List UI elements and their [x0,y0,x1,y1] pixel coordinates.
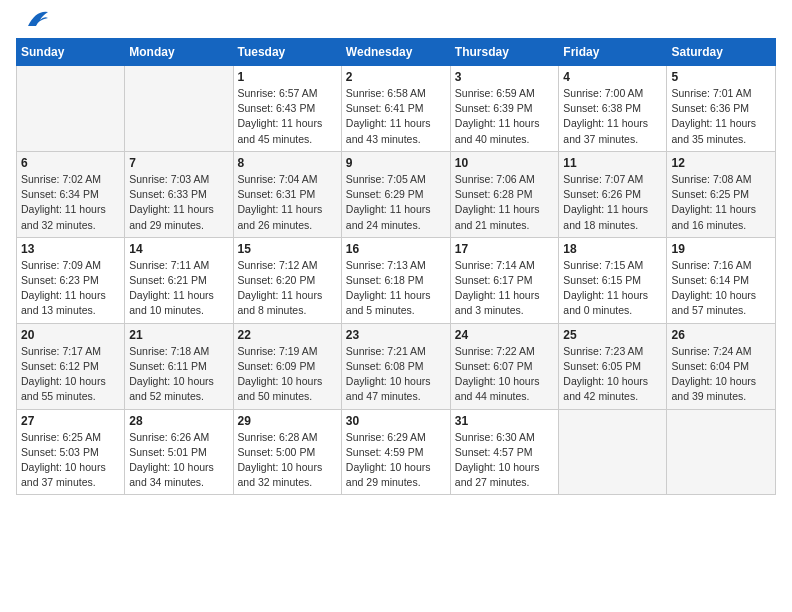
day-number: 27 [21,414,120,428]
day-info: Sunrise: 6:25 AM Sunset: 5:03 PM Dayligh… [21,430,120,491]
col-tuesday: Tuesday [233,39,341,66]
table-row: 23Sunrise: 7:21 AM Sunset: 6:08 PM Dayli… [341,323,450,409]
calendar-header-row: Sunday Monday Tuesday Wednesday Thursday… [17,39,776,66]
table-row: 7Sunrise: 7:03 AM Sunset: 6:33 PM Daylig… [125,151,233,237]
col-friday: Friday [559,39,667,66]
day-info: Sunrise: 7:15 AM Sunset: 6:15 PM Dayligh… [563,258,662,319]
day-info: Sunrise: 7:17 AM Sunset: 6:12 PM Dayligh… [21,344,120,405]
table-row: 8Sunrise: 7:04 AM Sunset: 6:31 PM Daylig… [233,151,341,237]
day-info: Sunrise: 7:02 AM Sunset: 6:34 PM Dayligh… [21,172,120,233]
table-row: 5Sunrise: 7:01 AM Sunset: 6:36 PM Daylig… [667,66,776,152]
day-number: 7 [129,156,228,170]
day-info: Sunrise: 7:05 AM Sunset: 6:29 PM Dayligh… [346,172,446,233]
table-row [125,66,233,152]
table-row: 26Sunrise: 7:24 AM Sunset: 6:04 PM Dayli… [667,323,776,409]
table-row: 11Sunrise: 7:07 AM Sunset: 6:26 PM Dayli… [559,151,667,237]
day-number: 22 [238,328,337,342]
table-row: 24Sunrise: 7:22 AM Sunset: 6:07 PM Dayli… [450,323,559,409]
day-info: Sunrise: 6:30 AM Sunset: 4:57 PM Dayligh… [455,430,555,491]
day-number: 11 [563,156,662,170]
table-row: 9Sunrise: 7:05 AM Sunset: 6:29 PM Daylig… [341,151,450,237]
col-thursday: Thursday [450,39,559,66]
day-number: 13 [21,242,120,256]
table-row: 1Sunrise: 6:57 AM Sunset: 6:43 PM Daylig… [233,66,341,152]
day-number: 21 [129,328,228,342]
day-number: 17 [455,242,555,256]
day-number: 4 [563,70,662,84]
day-number: 16 [346,242,446,256]
day-info: Sunrise: 7:11 AM Sunset: 6:21 PM Dayligh… [129,258,228,319]
table-row: 4Sunrise: 7:00 AM Sunset: 6:38 PM Daylig… [559,66,667,152]
table-row: 16Sunrise: 7:13 AM Sunset: 6:18 PM Dayli… [341,237,450,323]
day-number: 29 [238,414,337,428]
day-info: Sunrise: 7:22 AM Sunset: 6:07 PM Dayligh… [455,344,555,405]
table-row: 21Sunrise: 7:18 AM Sunset: 6:11 PM Dayli… [125,323,233,409]
table-row: 22Sunrise: 7:19 AM Sunset: 6:09 PM Dayli… [233,323,341,409]
table-row: 10Sunrise: 7:06 AM Sunset: 6:28 PM Dayli… [450,151,559,237]
day-number: 23 [346,328,446,342]
day-number: 24 [455,328,555,342]
col-saturday: Saturday [667,39,776,66]
day-number: 26 [671,328,771,342]
day-number: 8 [238,156,337,170]
day-number: 15 [238,242,337,256]
day-info: Sunrise: 6:58 AM Sunset: 6:41 PM Dayligh… [346,86,446,147]
col-sunday: Sunday [17,39,125,66]
day-number: 5 [671,70,771,84]
day-info: Sunrise: 7:21 AM Sunset: 6:08 PM Dayligh… [346,344,446,405]
day-info: Sunrise: 6:26 AM Sunset: 5:01 PM Dayligh… [129,430,228,491]
day-number: 19 [671,242,771,256]
table-row [17,66,125,152]
day-number: 30 [346,414,446,428]
day-info: Sunrise: 7:14 AM Sunset: 6:17 PM Dayligh… [455,258,555,319]
day-info: Sunrise: 7:01 AM Sunset: 6:36 PM Dayligh… [671,86,771,147]
day-info: Sunrise: 7:07 AM Sunset: 6:26 PM Dayligh… [563,172,662,233]
day-info: Sunrise: 6:57 AM Sunset: 6:43 PM Dayligh… [238,86,337,147]
day-info: Sunrise: 7:18 AM Sunset: 6:11 PM Dayligh… [129,344,228,405]
day-number: 10 [455,156,555,170]
header [16,16,776,26]
table-row: 31Sunrise: 6:30 AM Sunset: 4:57 PM Dayli… [450,409,559,495]
day-number: 1 [238,70,337,84]
day-info: Sunrise: 7:09 AM Sunset: 6:23 PM Dayligh… [21,258,120,319]
day-number: 20 [21,328,120,342]
day-info: Sunrise: 7:23 AM Sunset: 6:05 PM Dayligh… [563,344,662,405]
day-number: 31 [455,414,555,428]
day-number: 3 [455,70,555,84]
day-info: Sunrise: 6:28 AM Sunset: 5:00 PM Dayligh… [238,430,337,491]
table-row: 25Sunrise: 7:23 AM Sunset: 6:05 PM Dayli… [559,323,667,409]
table-row: 30Sunrise: 6:29 AM Sunset: 4:59 PM Dayli… [341,409,450,495]
table-row: 3Sunrise: 6:59 AM Sunset: 6:39 PM Daylig… [450,66,559,152]
day-number: 6 [21,156,120,170]
table-row [667,409,776,495]
day-number: 18 [563,242,662,256]
table-row: 18Sunrise: 7:15 AM Sunset: 6:15 PM Dayli… [559,237,667,323]
col-wednesday: Wednesday [341,39,450,66]
table-row: 28Sunrise: 6:26 AM Sunset: 5:01 PM Dayli… [125,409,233,495]
day-info: Sunrise: 7:04 AM Sunset: 6:31 PM Dayligh… [238,172,337,233]
day-info: Sunrise: 7:08 AM Sunset: 6:25 PM Dayligh… [671,172,771,233]
table-row: 17Sunrise: 7:14 AM Sunset: 6:17 PM Dayli… [450,237,559,323]
day-info: Sunrise: 6:29 AM Sunset: 4:59 PM Dayligh… [346,430,446,491]
day-number: 12 [671,156,771,170]
logo-bird-icon [18,8,50,30]
table-row: 15Sunrise: 7:12 AM Sunset: 6:20 PM Dayli… [233,237,341,323]
day-info: Sunrise: 7:00 AM Sunset: 6:38 PM Dayligh… [563,86,662,147]
day-number: 28 [129,414,228,428]
day-info: Sunrise: 7:03 AM Sunset: 6:33 PM Dayligh… [129,172,228,233]
table-row: 2Sunrise: 6:58 AM Sunset: 6:41 PM Daylig… [341,66,450,152]
day-number: 2 [346,70,446,84]
day-info: Sunrise: 7:24 AM Sunset: 6:04 PM Dayligh… [671,344,771,405]
table-row: 29Sunrise: 6:28 AM Sunset: 5:00 PM Dayli… [233,409,341,495]
day-info: Sunrise: 7:12 AM Sunset: 6:20 PM Dayligh… [238,258,337,319]
day-info: Sunrise: 7:06 AM Sunset: 6:28 PM Dayligh… [455,172,555,233]
table-row: 19Sunrise: 7:16 AM Sunset: 6:14 PM Dayli… [667,237,776,323]
page: Sunday Monday Tuesday Wednesday Thursday… [0,0,792,503]
table-row: 12Sunrise: 7:08 AM Sunset: 6:25 PM Dayli… [667,151,776,237]
day-info: Sunrise: 7:19 AM Sunset: 6:09 PM Dayligh… [238,344,337,405]
col-monday: Monday [125,39,233,66]
day-info: Sunrise: 6:59 AM Sunset: 6:39 PM Dayligh… [455,86,555,147]
table-row [559,409,667,495]
table-row: 14Sunrise: 7:11 AM Sunset: 6:21 PM Dayli… [125,237,233,323]
day-info: Sunrise: 7:13 AM Sunset: 6:18 PM Dayligh… [346,258,446,319]
